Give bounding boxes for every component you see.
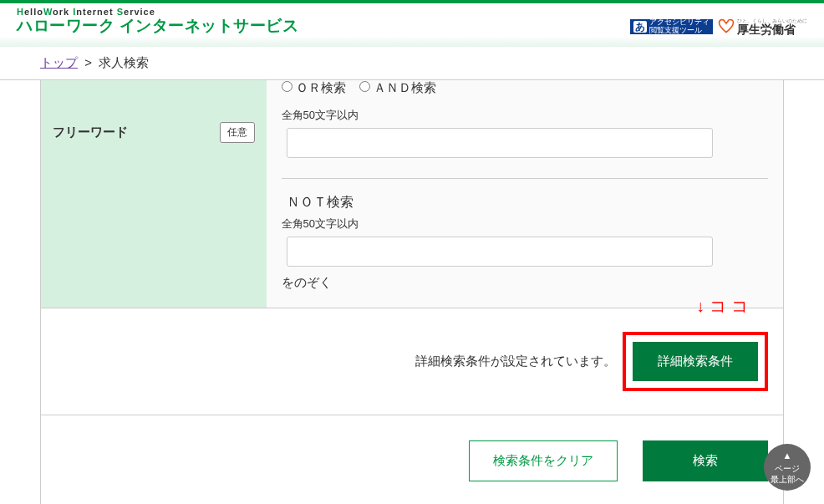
search-form-table: フリーワード 任意 ＯＲ検索 ＡＮＤ検索 全角50文字以内 — [40, 80, 784, 504]
accessibility-line2: 閲覧支援ツール — [649, 27, 710, 35]
clear-conditions-button[interactable]: 検索条件をクリア — [469, 440, 618, 481]
accessibility-icon: あ — [633, 21, 647, 33]
scroll-top-line1: ページ — [775, 463, 800, 474]
freeword-row: フリーワード 任意 ＯＲ検索 ＡＮＤ検索 全角50文字以内 — [41, 80, 784, 308]
scroll-to-top-button[interactable]: ▲ ページ 最上部へ — [764, 444, 811, 491]
not-search-label: ＮＯＴ検索 — [287, 194, 769, 211]
radio-or[interactable] — [282, 81, 292, 92]
breadcrumb-top-link[interactable]: トップ — [40, 55, 78, 69]
main-content: フリーワード 任意 ＯＲ検索 ＡＮＤ検索 全角50文字以内 — [0, 79, 824, 504]
freeword-exclude-suffix: をのぞく — [282, 275, 769, 291]
freeword-exclude-block: 全角50文字以内 をのぞく — [282, 216, 769, 291]
freeword-exclude-input[interactable] — [287, 237, 713, 267]
mhlw-logo[interactable]: ひと、くらし、みらいのために 厚生労働省 — [718, 18, 807, 35]
accessibility-tool-badge[interactable]: あ アクセシビリティ 閲覧支援ツール — [630, 19, 713, 34]
freeword-include-block: 全角50文字以内 — [282, 108, 769, 158]
annotation-text: ↓ココ — [696, 295, 753, 318]
annotation-arrow: ↓ココ — [696, 295, 753, 318]
breadcrumb-current: 求人検索 — [99, 55, 149, 69]
freeword-label: フリーワード — [53, 125, 128, 140]
header-badges: あ アクセシビリティ 閲覧支援ツール ひと、くらし、みらいのために 厚生労働省 — [630, 18, 807, 35]
freeword-exclude-hint: 全角50文字以内 — [282, 216, 769, 232]
radio-and-label[interactable]: ＡＮＤ検索 — [359, 80, 436, 94]
radio-or-text: ＯＲ検索 — [296, 80, 346, 94]
radio-or-label[interactable]: ＯＲ検索 — [282, 80, 349, 94]
chevron-up-icon: ▲ — [783, 450, 792, 461]
action-row: 検索条件をクリア 検索 — [41, 415, 784, 505]
breadcrumb-sep: > — [84, 55, 92, 69]
freeword-content-cell: ＯＲ検索 ＡＮＤ検索 全角50文字以内 ＮＯＴ検索 全角50文字以内 をの — [267, 80, 784, 308]
detail-message: 詳細検索条件が設定されています。 — [415, 354, 616, 369]
action-inner: 検索条件をクリア 検索 — [56, 440, 768, 481]
freeword-label-cell: フリーワード 任意 — [41, 80, 267, 308]
scroll-top-line2: 最上部へ — [771, 474, 804, 485]
site-header: HelloWork Internet Service ハローワーク インターネッ… — [0, 3, 824, 47]
detail-conditions-row: ↓ココ 詳細検索条件が設定されています。 詳細検索条件 — [41, 308, 784, 415]
radio-and[interactable] — [359, 81, 370, 92]
freeword-include-hint: 全角50文字以内 — [282, 108, 769, 123]
breadcrumb: トップ > 求人検索 — [0, 47, 824, 79]
highlight-frame: 詳細検索条件 — [623, 332, 768, 391]
detail-conditions-button[interactable]: 詳細検索条件 — [633, 342, 758, 381]
radio-and-text: ＡＮＤ検索 — [374, 80, 436, 94]
optional-badge: 任意 — [220, 122, 255, 143]
search-button[interactable]: 検索 — [643, 440, 768, 481]
freeword-radio-row: ＯＲ検索 ＡＮＤ検索 — [282, 80, 769, 108]
freeword-divider — [282, 178, 769, 179]
freeword-include-input[interactable] — [287, 128, 713, 158]
mhlw-name: 厚生労働省 — [737, 23, 807, 35]
detail-inner: ↓ココ 詳細検索条件が設定されています。 詳細検索条件 — [56, 332, 768, 391]
mhlw-heart-icon — [718, 18, 735, 35]
